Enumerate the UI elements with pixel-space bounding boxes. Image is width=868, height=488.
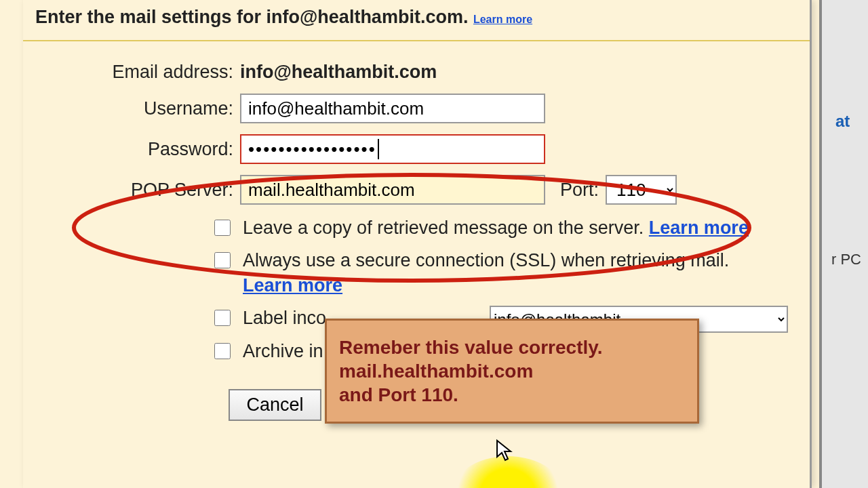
email-label: Email address: bbox=[23, 62, 240, 83]
learn-more-link[interactable]: Learn more bbox=[473, 14, 532, 25]
leave-copy-checkbox[interactable] bbox=[214, 220, 231, 236]
archive-text: Archive in bbox=[243, 339, 323, 363]
password-label: Password: bbox=[23, 139, 240, 160]
cancel-button[interactable]: Cancel bbox=[229, 389, 321, 421]
bg-text: at bbox=[835, 112, 850, 131]
bg-text2: r PC bbox=[831, 251, 861, 268]
mail-settings-dialog: Enter the mail settings for info@healtha… bbox=[23, 0, 812, 488]
callout-line-1: Remeber this value correctly. bbox=[339, 336, 685, 359]
label-incoming-text: Label inco info@healthambit... bbox=[243, 306, 326, 330]
port-label: Port: bbox=[560, 180, 599, 201]
highlight-spotlight bbox=[450, 456, 566, 488]
password-dots: ••••••••••••••••• bbox=[248, 139, 376, 160]
dialog-header: Enter the mail settings for info@healtha… bbox=[23, 0, 810, 41]
annotation-callout: Remeber this value correctly. mail.healt… bbox=[325, 319, 699, 424]
username-input[interactable] bbox=[240, 94, 545, 123]
label-incoming-checkbox[interactable] bbox=[214, 310, 231, 326]
port-select[interactable]: 110 bbox=[606, 175, 677, 205]
background-window: at r PC bbox=[819, 0, 868, 488]
callout-line-2: mail.healthambit.com bbox=[339, 359, 685, 383]
header-title: Enter the mail settings for info@healtha… bbox=[35, 7, 473, 27]
pop-server-input[interactable] bbox=[240, 175, 545, 205]
pop-server-label: POP Server: bbox=[23, 180, 240, 201]
text-caret bbox=[378, 139, 379, 159]
ssl-text: Always use a secure connection (SSL) whe… bbox=[243, 248, 729, 298]
ssl-learn-more[interactable]: Learn more bbox=[243, 275, 342, 296]
username-label: Username: bbox=[23, 98, 240, 119]
password-input[interactable]: ••••••••••••••••• bbox=[240, 134, 545, 164]
archive-checkbox[interactable] bbox=[214, 343, 231, 359]
ssl-checkbox[interactable] bbox=[214, 252, 231, 268]
email-value: info@healthambit.com bbox=[240, 62, 437, 83]
leave-copy-learn-more[interactable]: Learn more bbox=[649, 218, 749, 238]
leave-copy-text: Leave a copy of retrieved message on the… bbox=[243, 216, 749, 240]
callout-line-3: and Port 110. bbox=[339, 383, 685, 407]
